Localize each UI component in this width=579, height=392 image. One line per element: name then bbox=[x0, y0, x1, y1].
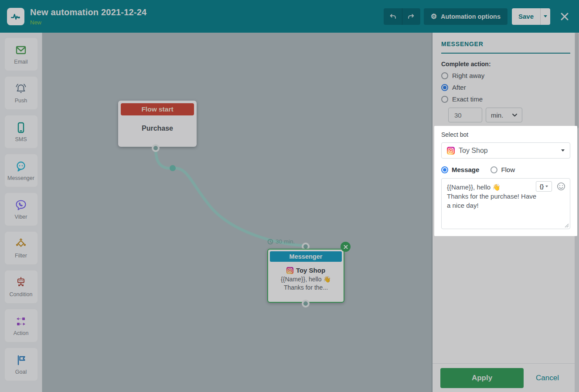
flow-canvas[interactable]: Flow start Purchase 30 min. Messenger To bbox=[42, 33, 432, 392]
flow-start-output-port[interactable] bbox=[152, 144, 160, 152]
save-button[interactable]: Save bbox=[512, 8, 540, 25]
radio-circle-selected[interactable] bbox=[441, 166, 448, 173]
close-icon bbox=[560, 12, 569, 21]
undo-icon bbox=[389, 13, 397, 20]
sidebar-item-viber[interactable]: Viber bbox=[4, 193, 38, 226]
automation-options-button[interactable]: ⚙ Automation options bbox=[424, 8, 507, 25]
delete-x-icon bbox=[344, 245, 348, 249]
emoji-picker-button[interactable] bbox=[557, 182, 565, 191]
radio-label: Flow bbox=[501, 166, 515, 173]
undo-button[interactable] bbox=[384, 8, 402, 25]
page-title: New automation 2021-12-24 bbox=[30, 7, 146, 17]
radio-circle[interactable] bbox=[441, 72, 448, 79]
sidebar-item-label: Messenger bbox=[7, 175, 34, 181]
sidebar-item-messenger[interactable]: Messenger bbox=[4, 154, 38, 187]
gear-icon: ⚙ bbox=[431, 13, 437, 20]
sidebar-item-label: Action bbox=[14, 330, 29, 336]
bot-select-value: Toy Shop bbox=[459, 147, 488, 155]
messenger-chat-icon bbox=[14, 160, 27, 173]
messenger-output-port[interactable] bbox=[302, 300, 310, 308]
save-button-group: Save bbox=[512, 8, 550, 25]
goal-flag-icon bbox=[14, 354, 27, 367]
automation-status: New bbox=[30, 19, 146, 26]
sms-phone-icon bbox=[14, 121, 27, 134]
action-arrows-icon bbox=[14, 315, 27, 328]
delete-node-button[interactable] bbox=[341, 242, 351, 252]
radio-after[interactable]: After bbox=[441, 84, 570, 91]
save-label: Save bbox=[518, 13, 534, 20]
sidebar-item-action[interactable]: Action bbox=[4, 309, 38, 342]
smiley-icon bbox=[557, 182, 565, 191]
flow-start-header: Flow start bbox=[121, 103, 194, 115]
node-message-line2: Thanks for the... bbox=[270, 284, 342, 292]
save-dropdown-button[interactable] bbox=[540, 8, 550, 25]
insert-variable-button[interactable]: {} bbox=[536, 181, 552, 192]
messenger-node[interactable]: Messenger Toy Shop {{Name}}, hello 👋 Tha… bbox=[267, 249, 344, 303]
delay-unit-select[interactable]: min. bbox=[486, 108, 522, 122]
email-envelope-icon bbox=[14, 44, 27, 57]
messenger-node-header: Messenger bbox=[270, 251, 342, 262]
flow-connector bbox=[42, 33, 431, 392]
textarea-resize-handle[interactable] bbox=[565, 223, 569, 228]
settings-panel: MESSENGER Complete action: Right away Af… bbox=[432, 33, 579, 392]
flow-start-node[interactable]: Flow start Purchase bbox=[118, 101, 197, 147]
radio-label: Message bbox=[452, 166, 479, 173]
sidebar-item-sms[interactable]: SMS bbox=[4, 115, 38, 149]
redo-icon bbox=[407, 13, 415, 20]
close-button[interactable] bbox=[557, 9, 572, 24]
radio-circle[interactable] bbox=[490, 166, 497, 173]
bot-select[interactable]: Toy Shop bbox=[441, 142, 570, 159]
connector-waypoint-dot[interactable] bbox=[170, 165, 176, 171]
sidebar-item-email[interactable]: Email bbox=[4, 37, 38, 71]
flow-start-trigger: Purchase bbox=[121, 115, 194, 142]
sidebar-item-push[interactable]: Push bbox=[4, 76, 38, 110]
sidebar-item-label: Goal bbox=[15, 369, 27, 375]
radio-exact-time[interactable]: Exact time bbox=[441, 95, 570, 103]
node-bot-name: Toy Shop bbox=[296, 267, 325, 274]
radio-label: Exact time bbox=[452, 95, 483, 103]
select-bot-label: Select bot bbox=[441, 131, 570, 138]
radio-circle[interactable] bbox=[441, 96, 448, 103]
radio-flow[interactable]: Flow bbox=[490, 166, 515, 173]
sidebar-item-label: SMS bbox=[15, 136, 27, 142]
variables-braces-icon: {} bbox=[540, 183, 544, 189]
node-message-line1: {{Name}}, hello 👋 bbox=[270, 275, 342, 284]
chevron-down-icon bbox=[561, 149, 565, 152]
complete-action-label: Complete action: bbox=[441, 61, 570, 68]
delay-unit-value: min. bbox=[491, 112, 503, 119]
radio-circle-selected[interactable] bbox=[441, 84, 448, 91]
viber-bubble-icon bbox=[14, 199, 27, 212]
delay-value-input[interactable] bbox=[448, 108, 482, 122]
sidebar-item-label: Filter bbox=[15, 253, 27, 259]
push-bell-icon bbox=[14, 82, 27, 95]
sidebar-item-label: Email bbox=[14, 59, 27, 65]
cancel-button[interactable]: Cancel bbox=[536, 374, 559, 382]
radio-label: After bbox=[452, 84, 466, 91]
radio-right-away[interactable]: Right away bbox=[441, 72, 570, 79]
select-bot-section: Select bot Toy Shop Message Fl bbox=[434, 126, 577, 236]
sidebar-item-filter[interactable]: Filter bbox=[4, 231, 38, 265]
delay-badge: 30 min. bbox=[267, 238, 295, 245]
sidebar-item-goal[interactable]: Goal bbox=[4, 348, 38, 381]
condition-robot-icon bbox=[14, 276, 27, 289]
redo-button[interactable] bbox=[402, 8, 420, 25]
panel-footer: Apply Cancel bbox=[433, 363, 579, 392]
apply-button[interactable]: Apply bbox=[440, 368, 524, 388]
heading-rule bbox=[441, 53, 570, 54]
sidebar-item-label: Condition bbox=[10, 291, 33, 297]
scrollbar-thumb[interactable] bbox=[575, 33, 579, 128]
blocks-sidebar: Email Push SMS Messenger bbox=[0, 33, 42, 392]
delay-badge-label: 30 min. bbox=[276, 238, 295, 245]
sidebar-item-condition[interactable]: Condition bbox=[4, 270, 38, 304]
radio-message[interactable]: Message bbox=[441, 166, 479, 173]
chevron-down-icon bbox=[544, 15, 547, 17]
chevron-down-icon bbox=[545, 186, 548, 187]
app-logo bbox=[7, 8, 24, 25]
instagram-icon bbox=[286, 267, 293, 274]
automation-options-label: Automation options bbox=[441, 13, 501, 20]
chevron-down-icon bbox=[512, 114, 517, 117]
filter-branch-icon bbox=[14, 237, 27, 250]
sidebar-item-label: Viber bbox=[15, 214, 27, 220]
pulse-logo-icon bbox=[10, 11, 21, 22]
sidebar-item-label: Push bbox=[15, 98, 27, 104]
